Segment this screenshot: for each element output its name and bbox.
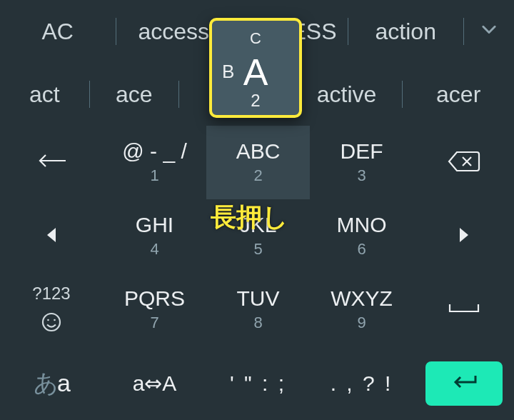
key-sub-label: 3	[357, 166, 366, 185]
space-key[interactable]	[413, 273, 514, 346]
space-icon	[447, 301, 481, 319]
suggestion-item[interactable]: act	[0, 81, 89, 108]
key-6[interactable]: MNO 6	[310, 199, 413, 273]
suggestion-item[interactable]: ace	[90, 81, 179, 108]
backspace-icon	[447, 149, 481, 176]
svg-point-0	[43, 314, 60, 331]
key-main-label: @ - _ /	[122, 141, 186, 162]
suggestion-item[interactable]: AC	[0, 19, 116, 45]
key-sub-label: 1	[150, 166, 158, 185]
suggestion-item[interactable]: active	[291, 81, 403, 108]
key-main-label: DEF	[341, 141, 383, 162]
key-sub-label: 6	[357, 240, 366, 259]
svg-point-2	[54, 319, 56, 321]
key-7[interactable]: PQRS 7	[103, 273, 206, 346]
key-main-label: GHI	[136, 214, 173, 236]
key-sub-label: 4	[150, 240, 158, 259]
key-1[interactable]: @ - _ / 1	[103, 126, 206, 199]
key-main-label: TUV	[237, 288, 280, 309]
enter-pill	[425, 361, 503, 406]
chevron-down-icon	[479, 20, 499, 43]
language-switch-key[interactable]: あa	[0, 346, 103, 420]
key-sub-label: 7	[150, 314, 158, 332]
popup-bottom-char[interactable]: 2	[251, 91, 260, 111]
suggestion-item[interactable]: acer	[403, 81, 514, 108]
enter-icon	[448, 372, 480, 395]
svg-point-1	[47, 319, 49, 321]
expand-suggestions-button[interactable]	[464, 20, 514, 43]
longpress-popup[interactable]: C B A 2	[209, 18, 302, 118]
enter-key[interactable]	[413, 346, 514, 420]
cursor-right-key[interactable]	[413, 199, 514, 273]
punct-key-2[interactable]: . , ? !	[310, 346, 413, 420]
emoji-icon	[40, 311, 63, 336]
punct-key-1[interactable]: ' " : ;	[206, 346, 310, 420]
cursor-left-key[interactable]	[0, 199, 103, 273]
key-main-label: PQRS	[124, 288, 185, 309]
backspace-key[interactable]	[413, 126, 514, 199]
case-toggle-label: a⇔A	[133, 373, 177, 394]
key-sub-label: 8	[253, 314, 262, 332]
key-sub-label: 9	[357, 314, 366, 332]
key-sub-label: 2	[253, 166, 262, 185]
popup-center-char[interactable]: A	[243, 51, 268, 94]
key-main-label: WXYZ	[331, 288, 393, 309]
popup-left-char[interactable]: B	[222, 61, 234, 83]
key-main-label: ABC	[236, 141, 281, 162]
longpress-annotation: 長押し	[211, 200, 288, 235]
case-toggle-key[interactable]: a⇔A	[103, 346, 206, 420]
triangle-left-icon	[44, 226, 59, 247]
symbols-mode-key[interactable]: ?123	[0, 273, 103, 346]
popup-top-char[interactable]: C	[250, 29, 261, 48]
suggestion-item[interactable]: action	[348, 19, 464, 45]
triangle-right-icon	[456, 226, 472, 247]
key-9[interactable]: WXYZ 9	[310, 273, 413, 346]
symbols-mode-label: ?123	[32, 284, 70, 304]
key-main-label: MNO	[337, 214, 387, 236]
reverse-key[interactable]	[0, 126, 103, 199]
key-3[interactable]: DEF 3	[310, 126, 413, 199]
key-8[interactable]: TUV 8	[206, 273, 310, 346]
key-sub-label: 5	[253, 240, 262, 259]
key-4[interactable]: GHI 4	[103, 199, 206, 273]
reverse-arrow-icon	[33, 151, 70, 175]
key-main-label: . , ? !	[331, 371, 393, 396]
language-switch-label: あa	[34, 367, 69, 400]
key-2[interactable]: ABC 2	[206, 126, 310, 199]
key-main-label: ' " : ;	[230, 371, 286, 396]
keypad: @ - _ / 1 ABC 2 DEF 3 GHI 4 JKL 5 MNO 6	[0, 126, 514, 420]
